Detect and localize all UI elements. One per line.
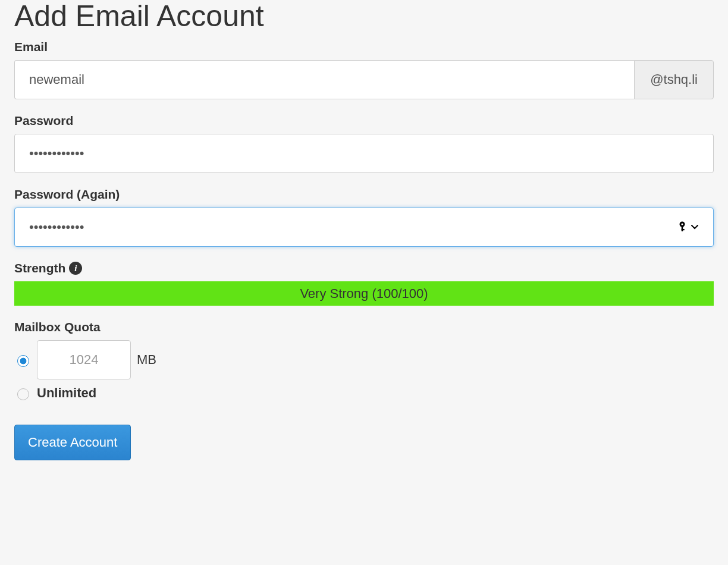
password-again-wrap — [14, 208, 714, 247]
create-account-button[interactable]: Create Account — [14, 425, 131, 460]
password-label: Password — [14, 114, 714, 128]
quota-group: Mailbox Quota MB Unlimited — [14, 320, 714, 401]
svg-rect-2 — [682, 226, 683, 231]
svg-rect-3 — [682, 229, 685, 230]
password-group: Password — [14, 114, 714, 173]
strength-bar: Very Strong (100/100) — [14, 281, 714, 306]
quota-fixed-radio[interactable] — [17, 355, 29, 367]
quota-fixed-row: MB — [14, 340, 714, 379]
strength-group: Strength i Very Strong (100/100) — [14, 261, 714, 306]
key-icon[interactable] — [679, 221, 698, 233]
email-domain-suffix: @tshq.li — [634, 60, 714, 99]
page-title: Add Email Account — [14, 0, 714, 33]
quota-unit-label: MB — [137, 352, 156, 368]
key-svg — [679, 221, 689, 233]
password-input[interactable] — [14, 134, 714, 173]
password-again-label: Password (Again) — [14, 187, 714, 202]
password-again-input[interactable] — [14, 208, 714, 247]
info-icon[interactable]: i — [69, 262, 82, 275]
quota-unlimited-label: Unlimited — [37, 385, 96, 401]
email-label: Email — [14, 40, 714, 54]
strength-label: Strength — [14, 261, 65, 275]
quota-label: Mailbox Quota — [14, 320, 714, 334]
quota-unlimited-radio[interactable] — [17, 388, 29, 400]
email-group: Email @tshq.li — [14, 40, 714, 99]
svg-point-1 — [681, 223, 683, 225]
quota-value-input[interactable] — [37, 340, 131, 379]
password-again-group: Password (Again) — [14, 187, 714, 247]
quota-unlimited-row: Unlimited — [14, 385, 714, 401]
chevron-down-icon — [691, 224, 698, 231]
email-input-group: @tshq.li — [14, 60, 714, 99]
email-input[interactable] — [14, 60, 634, 99]
